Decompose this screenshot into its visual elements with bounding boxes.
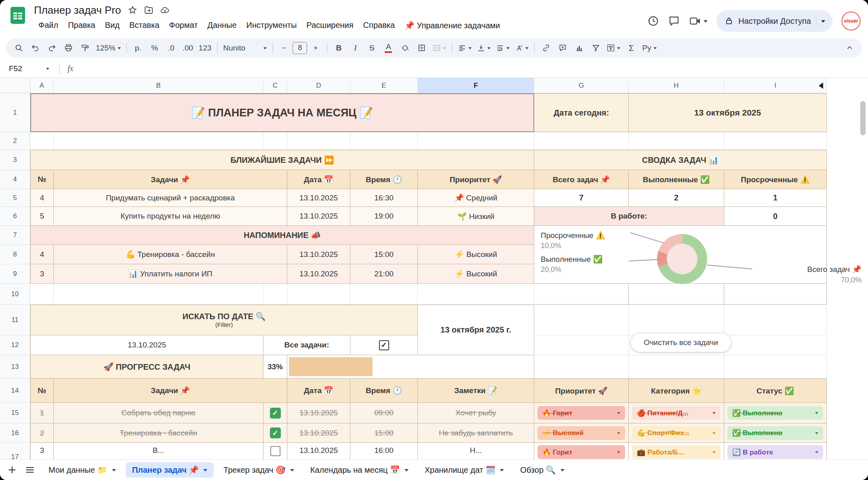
cell-A17[interactable]: 3 (30, 443, 54, 459)
comments-icon[interactable] (668, 15, 680, 27)
zoom-select[interactable]: 125% (93, 40, 123, 56)
cell-G10[interactable] (534, 284, 629, 305)
undo-button[interactable] (27, 40, 43, 56)
cell-A15[interactable]: 1 (30, 403, 54, 423)
status-dropdown[interactable]: 🔄 В работе (727, 445, 823, 459)
cell-C17[interactable] (263, 443, 287, 459)
cell-A4[interactable]: № (30, 170, 54, 189)
cell-I11[interactable] (724, 305, 827, 335)
bold-button[interactable]: B (331, 40, 347, 56)
avatar[interactable]: visuer (841, 11, 861, 31)
cell-B15[interactable]: Собрать обед парню (54, 403, 263, 423)
row-header-12[interactable]: 12 (0, 335, 30, 355)
row-header-7[interactable]: 7 (0, 226, 30, 245)
menu-help[interactable]: Справка (359, 19, 399, 32)
insert-link-button[interactable] (538, 40, 554, 56)
row-header-2[interactable]: 2 (0, 132, 30, 150)
column-header-C[interactable]: C (263, 78, 287, 93)
cell-B4[interactable]: Задачи 📌 (54, 170, 287, 189)
cell-A8[interactable]: 4 (30, 245, 54, 264)
menu-edit[interactable]: Правка (63, 19, 100, 32)
cell-F10[interactable] (418, 284, 534, 305)
cell-H2[interactable] (629, 132, 724, 150)
paint-format-button[interactable] (77, 40, 93, 56)
merge-cells-button[interactable] (430, 40, 449, 56)
checkbox-checked[interactable]: ✓ (379, 340, 389, 350)
create-filter-button[interactable] (588, 40, 604, 56)
cell-E2[interactable] (350, 132, 418, 150)
cell-F9[interactable]: ⚡ Высокий (418, 264, 534, 284)
vertical-align-button[interactable] (474, 40, 493, 56)
cell-upcoming-title[interactable]: БЛИЖАЙШИЕ ЗАДАЧИ ⏩ (30, 150, 534, 170)
chevron-down-icon[interactable] (821, 20, 825, 25)
priority-dropdown[interactable]: 🔥 Горит (537, 406, 625, 420)
column-header-I[interactable]: I (724, 78, 827, 93)
menu-format[interactable]: Формат (164, 19, 202, 32)
cell-D2[interactable] (287, 132, 350, 150)
cell-G16[interactable]: ⚡ Высокий (534, 423, 629, 443)
name-box[interactable]: F52 (6, 64, 52, 73)
cell-selected-date[interactable]: 13 октября 2025 г. (418, 305, 534, 355)
cell-I14[interactable]: Статус ✅ (724, 379, 827, 403)
donut-chart[interactable] (657, 234, 707, 284)
text-color-button[interactable]: A (380, 40, 396, 56)
cell-C16[interactable]: ✓ (263, 423, 287, 443)
cell-B5[interactable]: Придумать сценарий + раскадровка (54, 189, 287, 207)
row-header-15[interactable]: 15 (0, 403, 30, 423)
cell-E14[interactable]: Время 🕐 (350, 379, 418, 403)
sheet-tab-date-storage[interactable]: Хранилище дат 🗓️ (418, 462, 511, 478)
star-icon[interactable] (128, 5, 137, 15)
cell-D4[interactable]: Дата 📅 (287, 170, 350, 189)
cell-C15[interactable]: ✓ (263, 403, 287, 423)
row-header-13[interactable]: 13 (0, 355, 30, 379)
increase-decimals-button[interactable]: .00 (180, 40, 196, 56)
cell-H4[interactable]: Выполненные ✅ (629, 170, 724, 189)
sheet-tab-overview[interactable]: Обзор 🔍 (514, 462, 571, 478)
cell-I17[interactable]: 🔄 В работе (724, 443, 827, 459)
collapse-toolbar-button[interactable] (841, 40, 857, 56)
cell-H14[interactable]: Категория ⭐ (629, 379, 724, 403)
menu-task-management[interactable]: 📌 Управление задачами (400, 19, 504, 32)
cell-all-tasks-label[interactable]: Все задачи: (263, 335, 350, 355)
cell-D10[interactable] (287, 284, 350, 305)
cell-B17[interactable]: В... (54, 443, 263, 459)
cell-G15[interactable]: 🔥 Горит (534, 403, 629, 423)
category-dropdown[interactable]: 💪 Спорт/Физ... (632, 426, 721, 440)
borders-button[interactable] (413, 40, 430, 56)
cell-F6[interactable]: 🌱 Низкий (418, 207, 534, 226)
task-checkbox-unchecked[interactable] (270, 446, 280, 456)
cell-G4[interactable]: Всего задач 📌 (534, 170, 629, 189)
cell-I10[interactable] (724, 284, 827, 305)
cell-B10[interactable] (54, 284, 263, 305)
cell-D16[interactable]: 13.10.2025 (287, 423, 350, 443)
cell-reminder-title[interactable]: НАПОМИНАНИЕ 📣 (30, 226, 534, 245)
cell-inwork-value[interactable]: 0 (724, 207, 827, 226)
cell-E5[interactable]: 16:30 (350, 189, 418, 207)
row-header-1[interactable]: 1 (0, 93, 30, 132)
cell-I13[interactable] (724, 355, 827, 379)
text-rotation-button[interactable] (512, 40, 531, 56)
cell-G5[interactable]: 7 (534, 189, 629, 207)
status-dropdown[interactable]: ✅ Выполнено (727, 406, 823, 420)
search-icon[interactable] (11, 40, 27, 56)
row-header-16[interactable]: 16 (0, 423, 30, 443)
redo-button[interactable] (44, 40, 60, 56)
sheet-tab-month-calendar[interactable]: Календарь на месяц 📅 (304, 462, 415, 478)
priority-dropdown[interactable]: ⚡ Высокий (537, 426, 625, 440)
status-dropdown[interactable]: ✅ Выполнено (727, 426, 823, 440)
row-header-3[interactable]: 3 (0, 150, 30, 170)
cell-D9[interactable]: 13.10.2025 (287, 264, 350, 284)
italic-button[interactable]: I (347, 40, 363, 56)
column-header-B[interactable]: B (54, 78, 263, 93)
row-header-6[interactable]: 6 (0, 207, 30, 226)
menu-extensions[interactable]: Расширения (302, 19, 358, 32)
cell-A16[interactable]: 2 (30, 423, 54, 443)
cell-E16[interactable]: 15:00 (350, 423, 418, 443)
cell-E9[interactable]: 21:00 (350, 264, 418, 284)
cell-H17[interactable]: 💼 Работа/Б... (629, 443, 724, 459)
cell-D8[interactable]: 13.10.2025 (287, 245, 350, 264)
cell-filter-date[interactable]: 13.10.2025 (30, 335, 263, 355)
progress-bar[interactable] (287, 355, 534, 379)
row-header-4[interactable]: 4 (0, 170, 30, 189)
doc-title[interactable]: Планер задач Pro (34, 4, 121, 17)
